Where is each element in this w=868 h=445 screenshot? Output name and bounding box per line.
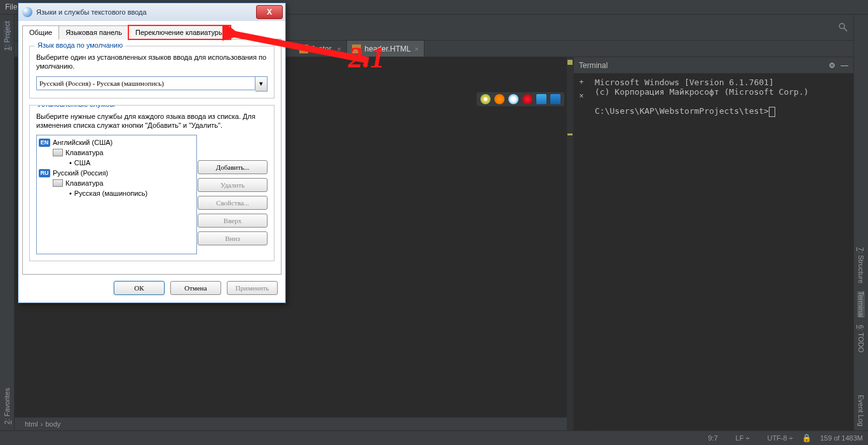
svg-rect-2	[299, 44, 308, 53]
tree-keyboard[interactable]: Клавиатура	[39, 147, 194, 158]
right-tool-strip: 7: Structure Terminal 6: TODO Event Log	[853, 15, 868, 430]
services-tree[interactable]: ENАнглийский (США) Клавиатура •США RUРус…	[36, 135, 197, 254]
status-encoding[interactable]: UTF-8 ÷	[758, 434, 792, 442]
group-hint: Выберите один из установленных языков вв…	[36, 53, 268, 71]
status-bar: 9:7 LF ÷ UTF-8 ÷ 🔒 159 of 1483M	[0, 430, 868, 445]
status-line-ending[interactable]: LF ÷	[727, 434, 750, 442]
terminal-title: Terminal	[579, 61, 607, 70]
browser-preview-icons	[477, 92, 564, 106]
opera-icon[interactable]	[522, 94, 532, 104]
properties-button[interactable]: Свойства...	[198, 196, 268, 210]
search-icon[interactable]	[838, 22, 848, 32]
tool-eventlog[interactable]: Event Log	[857, 395, 865, 427]
status-position[interactable]: 9:7	[708, 434, 717, 442]
service-buttons: Добавить... Удалить Свойства... Вверх Вн…	[198, 135, 268, 249]
move-down-button[interactable]: Вниз	[198, 231, 268, 245]
group-legend: Установленные службы	[35, 105, 118, 108]
breadcrumb: html › body	[15, 417, 573, 430]
installed-services-group: Установленные службы Выберите нужные слу…	[29, 105, 275, 262]
dialog-title: Языки и службы текстового ввода	[36, 8, 147, 16]
tool-structure[interactable]: 7: Structure	[857, 247, 865, 284]
tree-keyboard[interactable]: Клавиатура	[39, 178, 194, 188]
html-file-icon	[299, 44, 308, 53]
terminal-output[interactable]: Microsoft Windows [Version 6.1.7601] (c)…	[590, 74, 853, 430]
tab-pane-general: Язык ввода по умолчанию Выберите один из…	[22, 39, 281, 275]
terminal-add-icon[interactable]: +	[579, 78, 583, 86]
tab-language-bar[interactable]: Языковая панель	[58, 25, 129, 39]
chrome-icon[interactable]	[480, 94, 491, 104]
cancel-button[interactable]: Отмена	[170, 281, 221, 295]
terminal-close-icon[interactable]: ×	[579, 92, 583, 100]
cursor	[769, 107, 775, 117]
move-up-button[interactable]: Вверх	[198, 214, 268, 228]
warning-icon[interactable]	[567, 60, 573, 65]
safari-icon[interactable]	[508, 94, 519, 104]
globe-icon	[22, 7, 32, 17]
html-file-icon	[352, 44, 361, 53]
default-language-combo[interactable]: ▾	[36, 76, 268, 92]
svg-rect-3	[352, 44, 361, 53]
hide-icon[interactable]: —	[841, 61, 848, 70]
ok-button[interactable]: ОК	[114, 281, 165, 295]
tool-project[interactable]: 1: Project	[3, 21, 11, 50]
crumb[interactable]: html	[25, 420, 38, 428]
group-hint: Выберите нужные службы для каждого языка…	[36, 112, 268, 130]
tab-label: footer.	[312, 44, 333, 53]
tab-general[interactable]: Общие	[22, 25, 59, 39]
combo-input[interactable]	[36, 76, 255, 90]
delete-button[interactable]: Удалить	[198, 178, 268, 192]
lock-icon[interactable]: 🔒	[802, 434, 811, 442]
gear-icon[interactable]: ⚙	[829, 61, 836, 70]
tool-terminal[interactable]: Terminal	[857, 291, 865, 318]
left-tool-strip: 1: Project 2: Favorites	[0, 15, 15, 430]
terminal-pane: Terminal ⚙ — + × Microsoft Windows [Vers…	[574, 57, 853, 430]
titlebar[interactable]: Языки и службы текстового ввода X	[18, 3, 285, 21]
edge-icon[interactable]	[550, 94, 560, 104]
tree-layout-en[interactable]: •США	[39, 158, 194, 168]
tab-keyboard-switch[interactable]: Переключение клавиатуры	[128, 25, 231, 39]
dialog-footer: ОК Отмена Применить	[22, 275, 281, 299]
tree-lang-en[interactable]: ENАнглийский (США)	[39, 137, 194, 147]
status-memory[interactable]: 159 of 1483M	[820, 434, 863, 442]
language-services-dialog: Языки и службы текстового ввода X Общие …	[18, 3, 286, 303]
tree-layout-ru[interactable]: •Русская (машинопись)	[39, 188, 194, 198]
tab-footer[interactable]: footer. ×	[294, 41, 347, 57]
marker[interactable]	[567, 134, 573, 135]
add-button[interactable]: Добавить...	[198, 160, 268, 174]
default-language-group: Язык ввода по умолчанию Выберите один из…	[29, 46, 275, 99]
crumb[interactable]: body	[45, 420, 60, 428]
tab-label: header.HTML	[365, 44, 411, 53]
svg-point-0	[839, 24, 844, 29]
keyboard-icon	[53, 179, 63, 187]
apply-button[interactable]: Применить	[227, 281, 278, 295]
ru-badge-icon: RU	[39, 169, 50, 177]
terminal-side: + ×	[574, 74, 590, 430]
tree-lang-ru[interactable]: RUРусский (Россия)	[39, 168, 194, 178]
tool-todo[interactable]: 6: TODO	[857, 325, 865, 353]
firefox-icon[interactable]	[494, 94, 505, 104]
keyboard-icon	[53, 149, 63, 156]
tab-header[interactable]: header.HTML ×	[347, 41, 424, 57]
en-badge-icon: EN	[39, 139, 50, 147]
close-icon[interactable]: ×	[337, 45, 341, 53]
close-button[interactable]: X	[256, 5, 283, 19]
menu-file[interactable]: File	[5, 3, 17, 11]
chevron-down-icon[interactable]: ▾	[255, 76, 268, 92]
ie-icon[interactable]	[536, 94, 546, 104]
terminal-header: Terminal ⚙ —	[574, 57, 853, 74]
tool-favorites[interactable]: 2: Favorites	[3, 388, 11, 424]
editor-gutter	[567, 57, 573, 430]
group-legend: Язык ввода по умолчанию	[35, 41, 125, 49]
close-icon[interactable]: ×	[415, 45, 419, 53]
svg-line-1	[844, 28, 847, 31]
dialog-tabs: Общие Языковая панель Переключение клави…	[22, 25, 281, 39]
